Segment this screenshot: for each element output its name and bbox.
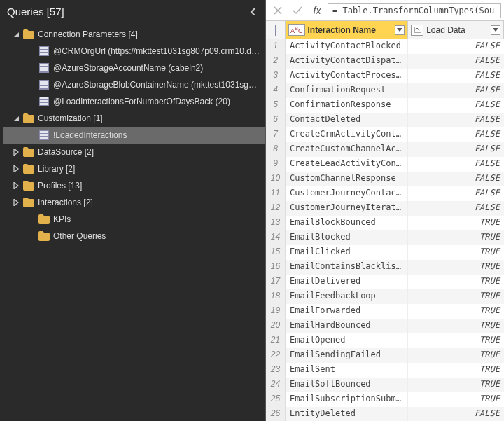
table-row[interactable]: 25EmailSubscriptionSubmitTRUE — [266, 392, 504, 407]
collapse-panel-icon[interactable] — [248, 7, 258, 17]
table-row[interactable]: 20EmailHardBouncedTRUE — [266, 319, 504, 333]
cell-interaction-name[interactable]: ActivityContactBlocked — [286, 39, 408, 54]
row-number[interactable]: 13 — [266, 216, 286, 230]
cell-load-data[interactable]: FALSE — [408, 113, 504, 127]
cell-interaction-name[interactable]: CreateCrmActivityConta… — [286, 127, 408, 142]
row-number[interactable]: 20 — [266, 319, 286, 333]
row-number[interactable]: 2 — [266, 54, 286, 69]
tree-folder[interactable]: Other Queries — [3, 228, 265, 244]
table-row[interactable]: 15EmailClickedTRUE — [266, 245, 504, 260]
table-row[interactable]: 3ActivityContactProcess…FALSE — [266, 69, 504, 83]
table-row[interactable]: 14EmailBlockedTRUE — [266, 230, 504, 245]
table-row[interactable]: 9CreateLeadActivityCont…FALSE — [266, 157, 504, 172]
cell-load-data[interactable]: TRUE — [408, 363, 504, 378]
tree-folder[interactable]: Connection Parameters [4] — [3, 26, 265, 43]
row-number[interactable]: 17 — [266, 275, 286, 289]
select-all-cell[interactable] — [266, 21, 286, 39]
tree-item[interactable]: @LoadInteractionsForNumberOfDaysBack (20… — [3, 93, 265, 110]
column-filter-dropdown-icon[interactable] — [395, 25, 405, 35]
cell-load-data[interactable]: FALSE — [408, 54, 504, 69]
tree-folder[interactable]: Customization [1] — [3, 110, 265, 127]
column-header-interaction-name[interactable]: ABC Interaction Name — [286, 21, 408, 39]
cell-load-data[interactable]: FALSE — [408, 98, 504, 113]
cell-interaction-name[interactable]: EmailSendingFailed — [286, 348, 408, 363]
cell-load-data[interactable]: FALSE — [408, 201, 504, 216]
row-number[interactable]: 18 — [266, 289, 286, 304]
tree-folder[interactable]: KPIs — [3, 211, 265, 228]
cell-load-data[interactable]: FALSE — [408, 172, 504, 186]
table-row[interactable]: 1ActivityContactBlockedFALSE — [266, 39, 504, 54]
cancel-formula-icon[interactable] — [269, 2, 287, 19]
cell-load-data[interactable]: FALSE — [408, 69, 504, 83]
table-row[interactable]: 22EmailSendingFailedTRUE — [266, 348, 504, 363]
table-row[interactable]: 4ConfirmationRequestFALSE — [266, 83, 504, 98]
table-row[interactable]: 2ActivityContactDispatc…FALSE — [266, 54, 504, 69]
table-row[interactable]: 24EmailSoftBouncedTRUE — [266, 378, 504, 392]
row-number[interactable]: 6 — [266, 113, 286, 127]
table-row[interactable]: 23EmailSentTRUE — [266, 363, 504, 378]
cell-interaction-name[interactable]: CustomerJourneyContact… — [286, 186, 408, 201]
cell-load-data[interactable]: FALSE — [408, 186, 504, 201]
formula-input[interactable] — [328, 3, 501, 18]
row-number[interactable]: 9 — [266, 157, 286, 172]
cell-load-data[interactable]: TRUE — [408, 260, 504, 275]
cell-load-data[interactable]: FALSE — [408, 127, 504, 142]
row-number[interactable]: 1 — [266, 39, 286, 54]
row-number[interactable]: 15 — [266, 245, 286, 260]
table-row[interactable]: 8CreateCustomChannelAct…FALSE — [266, 142, 504, 157]
table-row[interactable]: 5ConfirmationResponseFALSE — [266, 98, 504, 113]
cell-interaction-name[interactable]: ContactDeleted — [286, 113, 408, 127]
cell-interaction-name[interactable]: ConfirmationRequest — [286, 83, 408, 98]
tree-folder[interactable]: Library [2] — [3, 160, 265, 177]
cell-load-data[interactable]: TRUE — [408, 348, 504, 363]
column-header-load-data[interactable]: Load Data — [408, 21, 504, 39]
fx-icon[interactable]: fx — [308, 2, 326, 19]
commit-formula-icon[interactable] — [288, 2, 307, 19]
row-number[interactable]: 24 — [266, 378, 286, 392]
table-row[interactable]: 6ContactDeletedFALSE — [266, 113, 504, 127]
row-number[interactable]: 23 — [266, 363, 286, 378]
cell-load-data[interactable]: TRUE — [408, 216, 504, 230]
cell-interaction-name[interactable]: EmailSoftBounced — [286, 378, 408, 392]
table-row[interactable]: 10CustomChannelResponseFALSE — [266, 172, 504, 186]
cell-load-data[interactable]: TRUE — [408, 378, 504, 392]
row-number[interactable]: 14 — [266, 230, 286, 245]
row-number[interactable]: 11 — [266, 186, 286, 201]
cell-interaction-name[interactable]: EmailHardBounced — [286, 319, 408, 333]
row-number[interactable]: 16 — [266, 260, 286, 275]
row-number[interactable]: 21 — [266, 333, 286, 348]
cell-interaction-name[interactable]: EntityDeleted — [286, 407, 408, 421]
table-row[interactable]: 13EmailBlockBouncedTRUE — [266, 216, 504, 230]
tree-folder[interactable]: DataSource [2] — [3, 144, 265, 160]
cell-load-data[interactable]: TRUE — [408, 245, 504, 260]
cell-interaction-name[interactable]: EmailSubscriptionSubmit — [286, 392, 408, 407]
cell-load-data[interactable]: TRUE — [408, 319, 504, 333]
collapsed-arrow-icon[interactable] — [13, 165, 20, 172]
expanded-arrow-icon[interactable] — [13, 115, 20, 122]
cell-interaction-name[interactable]: ActivityContactDispatc… — [286, 54, 408, 69]
grid-body[interactable]: 1ActivityContactBlockedFALSE2ActivityCon… — [266, 39, 504, 421]
cell-interaction-name[interactable]: EmailFeedbackLoop — [286, 289, 408, 304]
tree-folder[interactable]: Profiles [13] — [3, 177, 265, 194]
table-row[interactable]: 21EmailOpenedTRUE — [266, 333, 504, 348]
cell-load-data[interactable]: FALSE — [408, 142, 504, 157]
table-row[interactable]: 11CustomerJourneyContact…FALSE — [266, 186, 504, 201]
cell-load-data[interactable]: FALSE — [408, 39, 504, 54]
cell-interaction-name[interactable]: EmailSent — [286, 363, 408, 378]
cell-load-data[interactable]: TRUE — [408, 230, 504, 245]
collapsed-arrow-icon[interactable] — [13, 199, 20, 206]
tree-folder[interactable]: Interactions [2] — [3, 194, 265, 211]
row-number[interactable]: 7 — [266, 127, 286, 142]
cell-interaction-name[interactable]: EmailOpened — [286, 333, 408, 348]
cell-load-data[interactable]: TRUE — [408, 304, 504, 319]
cell-interaction-name[interactable]: CreateLeadActivityCont… — [286, 157, 408, 172]
cell-interaction-name[interactable]: ActivityContactProcess… — [286, 69, 408, 83]
row-number[interactable]: 4 — [266, 83, 286, 98]
cell-interaction-name[interactable]: EmailContainsBlacklist… — [286, 260, 408, 275]
row-number[interactable]: 8 — [266, 142, 286, 157]
table-row[interactable]: 16EmailContainsBlacklist…TRUE — [266, 260, 504, 275]
tree-item[interactable]: !LoadedInteractions — [3, 127, 265, 144]
collapsed-arrow-icon[interactable] — [13, 182, 20, 189]
table-row[interactable]: 12CustomerJourneyIterati…FALSE — [266, 201, 504, 216]
cell-interaction-name[interactable]: EmailForwarded — [286, 304, 408, 319]
